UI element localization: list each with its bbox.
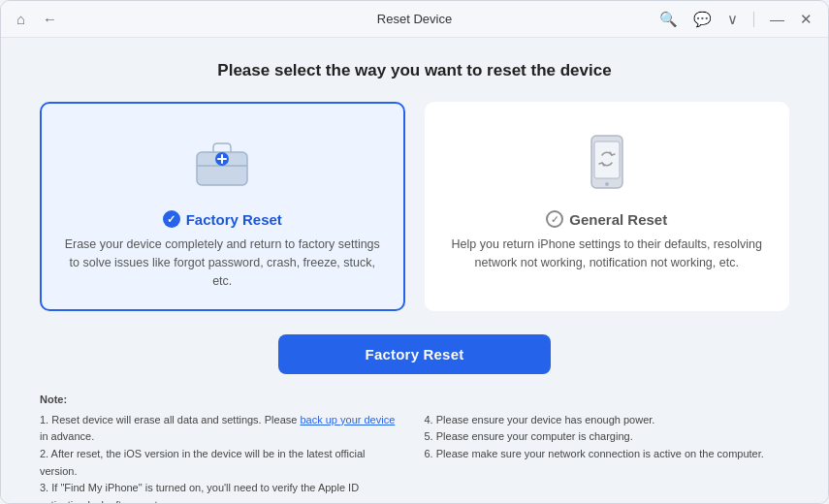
button-row: Factory Reset: [40, 334, 789, 374]
notes-section: Note: 1. Reset device will erase all dat…: [40, 392, 789, 504]
minimize-icon[interactable]: —: [766, 9, 788, 29]
briefcase-icon: [192, 137, 252, 187]
title-bar: ⌂ ← Reset Device 🔍 💬 ∨ — ✕: [1, 1, 828, 38]
search-icon[interactable]: 🔍: [655, 9, 682, 30]
separator: [753, 12, 754, 27]
phone-icon: [589, 134, 625, 190]
title-bar-left: ⌂ ←: [13, 9, 61, 29]
factory-reset-card[interactable]: Factory Reset Erase your device complete…: [40, 102, 405, 311]
close-icon[interactable]: ✕: [796, 9, 816, 30]
home-icon[interactable]: ⌂: [13, 9, 29, 29]
factory-reset-title: Factory Reset: [163, 210, 282, 228]
svg-rect-6: [594, 142, 620, 178]
general-reset-card[interactable]: General Reset Help you return iPhone set…: [425, 102, 790, 311]
general-reset-desc: Help you return iPhone settings to their…: [446, 236, 769, 272]
back-icon[interactable]: ←: [39, 9, 61, 29]
factory-reset-button[interactable]: Factory Reset: [278, 334, 552, 374]
note-item-4: 4. Please ensure your device has enough …: [425, 412, 790, 429]
main-content: Please select the way you want to reset …: [1, 38, 828, 504]
general-reset-icon-area: [572, 127, 642, 197]
title-bar-right: 🔍 💬 ∨ — ✕: [655, 9, 816, 30]
general-reset-check: [546, 210, 563, 228]
notes-title: Note:: [40, 392, 789, 409]
window-title: Reset Device: [377, 12, 452, 26]
general-reset-title: General Reset: [546, 210, 667, 228]
chat-icon[interactable]: 💬: [689, 9, 716, 30]
svg-point-7: [605, 182, 609, 186]
factory-reset-icon-area: [187, 127, 257, 197]
notes-grid: 1. Reset device will erase all data and …: [40, 412, 789, 504]
backup-link[interactable]: back up your device: [300, 414, 395, 425]
factory-reset-desc: Erase your device completely and return …: [61, 236, 384, 290]
notes-right: 4. Please ensure your device has enough …: [425, 412, 790, 504]
note-item-6: 6. Please make sure your network connect…: [425, 446, 790, 463]
note-item-3: 3. If "Find My iPhone" is turned on, you…: [40, 480, 405, 504]
chevron-down-icon[interactable]: ∨: [723, 9, 742, 30]
note-item-2: 2. After reset, the iOS version in the d…: [40, 446, 405, 480]
note-item-1: 1. Reset device will erase all data and …: [40, 412, 405, 446]
factory-reset-check: [163, 210, 180, 228]
page-title: Please select the way you want to reset …: [40, 61, 789, 80]
note-item-5: 5. Please ensure your computer is chargi…: [425, 428, 790, 446]
cards-row: Factory Reset Erase your device complete…: [40, 102, 789, 311]
notes-left: 1. Reset device will erase all data and …: [40, 412, 405, 504]
